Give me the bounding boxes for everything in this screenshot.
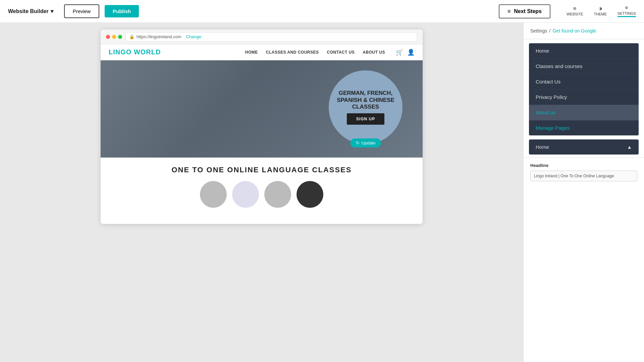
- website-label: WEBSITE: [567, 12, 583, 16]
- website-icon: ⊞: [573, 6, 576, 11]
- preview-button[interactable]: Preview: [64, 4, 99, 18]
- preview-area: 🔒 https://lingoireland.com Change LINGO …: [0, 23, 523, 362]
- change-link[interactable]: Change: [186, 34, 202, 39]
- next-steps-label: Next Steps: [514, 8, 542, 14]
- headline-label: Headline: [530, 163, 637, 168]
- hero-circle-text: GERMAN, FRENCH, SPANISH & CHINESE CLASSE…: [329, 90, 402, 110]
- headline-input[interactable]: [530, 171, 637, 181]
- breadcrumb-separator: /: [549, 28, 551, 34]
- dot-green: [118, 35, 122, 39]
- brand-chevron-icon: ▾: [51, 8, 53, 14]
- preview-chrome: 🔒 https://lingoireland.com Change: [101, 29, 423, 44]
- avatar-row: [109, 181, 415, 208]
- brand-name: Website Builder: [8, 8, 49, 14]
- menu-item-home[interactable]: Home: [529, 43, 639, 59]
- menu-item-classes-label: Classes and courses: [536, 63, 582, 69]
- pages-header[interactable]: Home ▲: [529, 139, 639, 155]
- settings-icon: ⚙: [625, 6, 628, 10]
- hero-section: GERMAN, FRENCH, SPANISH & CHINESE CLASSE…: [101, 60, 423, 158]
- cart-icon[interactable]: 🛒: [396, 49, 403, 56]
- menu-item-privacy-label: Privacy Policy: [536, 94, 567, 100]
- menu-item-contact-label: Contact Us: [536, 79, 560, 84]
- update-label: Update: [362, 140, 376, 145]
- address-bar: 🔒 https://lingoireland.com Change: [125, 32, 417, 42]
- theme-tab[interactable]: ◑ THEME: [594, 6, 607, 16]
- website-preview: 🔒 https://lingoireland.com Change LINGO …: [101, 29, 423, 224]
- breadcrumb-settings[interactable]: Settings: [530, 28, 547, 34]
- main-layout: 🔒 https://lingoireland.com Change LINGO …: [0, 23, 644, 362]
- hero-circle: GERMAN, FRENCH, SPANISH & CHINESE CLASSE…: [329, 70, 402, 144]
- url-text: https://lingoireland.com: [137, 34, 181, 39]
- hero-content: GERMAN, FRENCH, SPANISH & CHINESE CLASSE…: [329, 70, 402, 144]
- update-icon: ↻: [356, 140, 360, 145]
- update-badge[interactable]: ↻ Update: [351, 138, 381, 147]
- breadcrumb-current: Get found on Google: [552, 28, 596, 34]
- browser-dots: [106, 35, 122, 39]
- avatar-1: [200, 181, 227, 208]
- site-logo: LINGO WORLD: [109, 48, 161, 56]
- menu-item-contact[interactable]: Contact Us: [529, 74, 639, 89]
- avatar-4: [297, 181, 323, 208]
- menu-item-about[interactable]: About us: [529, 105, 639, 120]
- signup-button[interactable]: SIGN UP: [347, 113, 384, 125]
- editor-toolbar: Website Builder ▾ Preview Publish ≡ Next…: [0, 0, 644, 23]
- section-title: ONE TO ONE ONLINE LANGUAGE CLASSES: [109, 166, 415, 174]
- lock-icon: 🔒: [129, 34, 135, 39]
- menu-item-home-label: Home: [536, 48, 549, 54]
- publish-button[interactable]: Publish: [105, 5, 139, 17]
- nav-home[interactable]: HOME: [245, 50, 258, 55]
- nav-about[interactable]: ABOUT US: [363, 50, 385, 55]
- avatar-2: [232, 181, 259, 208]
- brand-title[interactable]: Website Builder ▾: [8, 8, 53, 14]
- manage-pages-link[interactable]: Manage Pages: [529, 120, 639, 135]
- pages-section: Home ▲: [529, 139, 639, 155]
- settings-label: SETTINGS: [618, 11, 636, 15]
- settings-tab[interactable]: ⚙ SETTINGS: [618, 6, 636, 17]
- nav-contact[interactable]: CONTACT US: [327, 50, 355, 55]
- panel-header: Settings / Get found on Google: [524, 23, 644, 39]
- pages-header-label: Home: [536, 144, 549, 150]
- pages-dropdown-menu: Home Classes and courses Contact Us Priv…: [529, 43, 639, 135]
- headline-section: Headline: [524, 157, 644, 187]
- editor-right-icons: ⊞ WEBSITE ◑ THEME ⚙ SETTINGS: [567, 6, 636, 17]
- right-panel: Settings / Get found on Google Home Clas…: [523, 23, 644, 362]
- breadcrumb: Settings / Get found on Google: [530, 28, 637, 34]
- nav-icons: 🛒 👤: [396, 49, 415, 56]
- chevron-up-icon: ▲: [627, 144, 632, 150]
- dot-yellow: [112, 35, 116, 39]
- user-icon[interactable]: 👤: [407, 49, 415, 56]
- theme-icon: ◑: [599, 6, 602, 11]
- manage-pages-label: Manage Pages: [536, 125, 570, 131]
- nav-classes[interactable]: CLASSES AND COURSES: [266, 50, 319, 55]
- dot-red: [106, 35, 110, 39]
- avatar-3: [264, 181, 291, 208]
- next-steps-button[interactable]: ≡ Next Steps: [499, 4, 550, 18]
- website-tab[interactable]: ⊞ WEBSITE: [567, 6, 583, 16]
- next-steps-icon: ≡: [507, 8, 511, 14]
- nav-links: HOME CLASSES AND COURSES CONTACT US ABOU…: [245, 50, 385, 55]
- site-nav: LINGO WORLD HOME CLASSES AND COURSES CON…: [101, 44, 423, 60]
- theme-label: THEME: [594, 12, 607, 16]
- menu-item-privacy[interactable]: Privacy Policy: [529, 89, 639, 105]
- menu-item-classes[interactable]: Classes and courses: [529, 59, 639, 74]
- classes-section: ONE TO ONE ONLINE LANGUAGE CLASSES: [101, 158, 423, 216]
- menu-item-about-label: About us: [536, 110, 555, 115]
